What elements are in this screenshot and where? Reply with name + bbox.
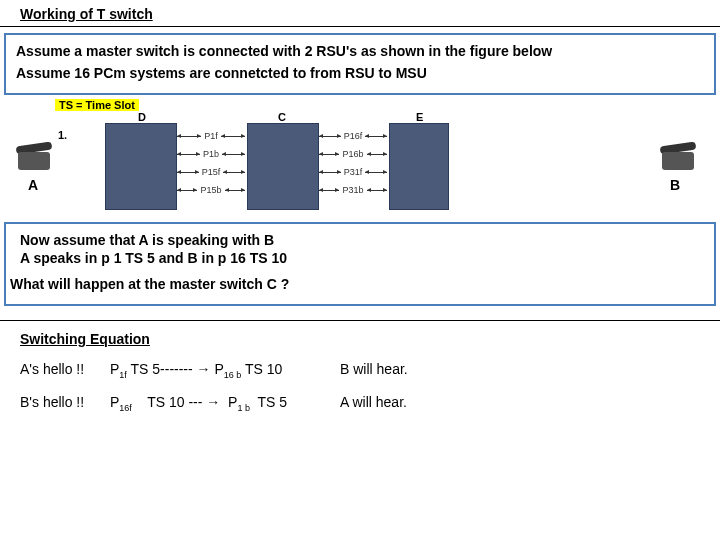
eq2-expr: P16f TS 10 --- → P1 b TS 5: [110, 394, 340, 413]
diagram: TS = Time Slot 1. D C E A P1f P1b P15f P…: [10, 99, 710, 214]
equation-heading: Switching Equation: [20, 331, 700, 347]
divider: [0, 320, 720, 321]
endpoint-a: A: [28, 177, 38, 193]
column-label-c: C: [278, 111, 286, 123]
links-c-e: P16f P16b P31f P31b: [319, 127, 387, 199]
diagram-number: 1.: [58, 129, 67, 141]
block-e: [389, 123, 449, 210]
endpoint-b: B: [670, 177, 680, 193]
column-label-d: D: [138, 111, 146, 123]
eq1-expr: P1f TS 5------- → P16 b TS 10: [110, 361, 340, 380]
intro-box: Assume a master switch is connected with…: [4, 33, 716, 95]
equation-row-1: A's hello !! P1f TS 5------- → P16 b TS …: [20, 361, 700, 380]
title-row: Working of T switch: [0, 0, 720, 27]
scenario-question: What will happen at the master switch C …: [10, 276, 704, 292]
intro-line-1: Assume a master switch is connected with…: [16, 43, 704, 59]
equation-row-2: B's hello !! P16f TS 10 --- → P1 b TS 5 …: [20, 394, 700, 413]
links-d-c: P1f P1b P15f P15b: [177, 127, 245, 199]
scenario-box: Now assume that A is speaking with B A s…: [4, 222, 716, 306]
eq2-result: A will hear.: [340, 394, 407, 413]
eq1-result: B will hear.: [340, 361, 408, 380]
scenario-line-2: A speaks in p 1 TS 5 and B in p 16 TS 10: [10, 250, 704, 266]
phone-icon-a: [16, 144, 52, 170]
intro-line-2: Assume 16 PCm systems are connetcted to …: [16, 65, 704, 81]
block-c: [247, 123, 319, 210]
column-label-e: E: [416, 111, 423, 123]
timeslot-legend: TS = Time Slot: [55, 99, 139, 111]
phone-icon-b: [660, 144, 696, 170]
scenario-line-1: Now assume that A is speaking with B: [10, 232, 704, 248]
eq1-who: A's hello !!: [20, 361, 110, 380]
page-title: Working of T switch: [20, 6, 153, 22]
block-d: [105, 123, 177, 210]
eq2-who: B's hello !!: [20, 394, 110, 413]
equation-section: Switching Equation A's hello !! P1f TS 5…: [0, 331, 720, 413]
